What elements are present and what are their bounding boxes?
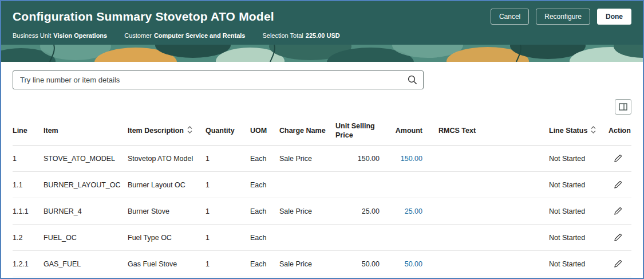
col-action: Action bbox=[609, 127, 635, 136]
decorative-banner bbox=[1, 45, 643, 62]
cell-line: 1.1.1 bbox=[13, 207, 44, 215]
cell-quantity: 1 bbox=[206, 207, 250, 215]
edit-row-button[interactable] bbox=[612, 231, 624, 243]
col-line-status[interactable]: Line Status bbox=[549, 126, 609, 136]
cell-unit-selling-price: 50.00 bbox=[335, 260, 384, 268]
col-uom: UOM bbox=[250, 127, 279, 136]
col-unit-selling-price: Unit Selling Price bbox=[335, 122, 384, 140]
cell-item: GAS_FUEL bbox=[44, 260, 128, 268]
edit-pencil-icon bbox=[613, 154, 623, 163]
search-icon[interactable] bbox=[408, 75, 417, 87]
cancel-button[interactable]: Cancel bbox=[491, 9, 529, 25]
cell-item: BURNER_4 bbox=[44, 207, 128, 215]
page-title: Configuration Summary Stovetop ATO Model bbox=[13, 10, 274, 23]
cell-description: Fuel Type OC bbox=[128, 234, 206, 242]
customer-value: Computer Service and Rentals bbox=[154, 32, 246, 39]
col-amount: Amount bbox=[384, 127, 427, 136]
selection-total-value: 225.00 USD bbox=[306, 32, 340, 39]
cell-item: FUEL_OC bbox=[44, 234, 128, 242]
cell-line-status: Not Started bbox=[549, 181, 609, 189]
cell-line: 1.2 bbox=[13, 234, 44, 242]
manage-columns-button[interactable] bbox=[615, 99, 631, 115]
cell-amount-link[interactable]: 50.00 bbox=[384, 260, 427, 268]
edit-row-button[interactable] bbox=[612, 205, 624, 217]
header-meta: Business UnitVision Operations CustomerC… bbox=[13, 32, 631, 39]
manage-columns-icon bbox=[619, 103, 627, 111]
search-bar bbox=[13, 70, 424, 89]
cell-description: Gas Fuel Stove bbox=[128, 260, 206, 268]
done-button[interactable]: Done bbox=[597, 9, 631, 25]
business-unit-meta: Business UnitVision Operations bbox=[13, 32, 107, 39]
table-header-row: Line Item Item Description Quantity UOM … bbox=[13, 117, 631, 146]
cell-quantity: 1 bbox=[206, 181, 250, 189]
col-item: Item bbox=[44, 127, 128, 136]
content-area: Line Item Item Description Quantity UOM … bbox=[1, 62, 643, 277]
business-unit-label: Business Unit bbox=[13, 32, 51, 39]
table-row: 1.1.1 BURNER_4 Burner Stove 1 Each Sale … bbox=[13, 198, 631, 225]
cell-line-status: Not Started bbox=[549, 260, 609, 268]
edit-pencil-icon bbox=[613, 206, 623, 216]
edit-pencil-icon bbox=[613, 259, 623, 269]
cell-action bbox=[609, 179, 631, 191]
edit-row-button[interactable] bbox=[612, 152, 624, 164]
cell-quantity: 1 bbox=[206, 234, 250, 242]
sort-icon[interactable] bbox=[591, 126, 596, 136]
cell-line: 1.2.1 bbox=[13, 260, 44, 268]
customer-meta: CustomerComputer Service and Rentals bbox=[124, 32, 245, 39]
cell-amount-link[interactable]: 25.00 bbox=[384, 207, 427, 215]
cell-line-status: Not Started bbox=[549, 207, 609, 215]
selection-total-meta: Selection Total225.00 USD bbox=[262, 32, 339, 39]
search-input[interactable] bbox=[13, 70, 424, 89]
table-toolbar bbox=[13, 99, 631, 115]
table-row: 1.1 BURNER_LAYOUT_OC Burner Layout OC 1 … bbox=[13, 172, 631, 198]
selection-total-label: Selection Total bbox=[262, 32, 303, 39]
cell-charge: Sale Price bbox=[279, 207, 335, 215]
customer-label: Customer bbox=[124, 32, 152, 39]
reconfigure-button[interactable]: Reconfigure bbox=[536, 9, 590, 25]
cell-charge: Sale Price bbox=[279, 260, 335, 268]
col-quantity: Quantity bbox=[206, 127, 250, 136]
cell-uom: Each bbox=[250, 181, 279, 189]
edit-pencil-icon bbox=[613, 180, 623, 190]
cell-quantity: 1 bbox=[206, 155, 250, 163]
business-unit-value: Vision Operations bbox=[53, 32, 107, 39]
cell-line-status: Not Started bbox=[549, 155, 609, 163]
cell-line: 1 bbox=[13, 155, 44, 163]
edit-row-button[interactable] bbox=[612, 179, 624, 191]
banner-pattern-art bbox=[1, 45, 643, 62]
cell-amount-link[interactable]: 150.00 bbox=[384, 155, 427, 163]
cell-item: BURNER_LAYOUT_OC bbox=[44, 181, 128, 189]
col-rmcs-text: RMCS Text bbox=[427, 127, 549, 136]
sort-icon[interactable] bbox=[187, 126, 192, 136]
col-charge-name: Charge Name bbox=[279, 127, 335, 136]
header-actions: Cancel Reconfigure Done bbox=[491, 9, 631, 25]
table-row: 1.2.1 GAS_FUEL Gas Fuel Stove 1 Each Sal… bbox=[13, 251, 631, 277]
cell-quantity: 1 bbox=[206, 260, 250, 268]
cell-line-status: Not Started bbox=[549, 234, 609, 242]
table-row: 1.2 FUEL_OC Fuel Type OC 1 Each Not Star… bbox=[13, 225, 631, 251]
cell-description: Burner Layout OC bbox=[128, 181, 206, 189]
header: Configuration Summary Stovetop ATO Model… bbox=[1, 1, 643, 45]
col-line: Line bbox=[13, 127, 44, 136]
cell-uom: Each bbox=[250, 234, 279, 242]
cell-unit-selling-price: 25.00 bbox=[335, 207, 384, 215]
col-item-description[interactable]: Item Description bbox=[128, 126, 206, 136]
cell-charge: Sale Price bbox=[279, 155, 335, 163]
cell-unit-selling-price: 150.00 bbox=[335, 155, 384, 163]
edit-row-button[interactable] bbox=[612, 258, 624, 270]
cell-action bbox=[609, 205, 631, 217]
cell-action bbox=[609, 152, 631, 164]
cell-description: Burner Stove bbox=[128, 207, 206, 215]
cell-uom: Each bbox=[250, 207, 279, 215]
cell-item: STOVE_ATO_MODEL bbox=[44, 155, 128, 163]
cell-description: Stovetop ATO Model bbox=[128, 155, 206, 163]
cell-uom: Each bbox=[250, 155, 279, 163]
cell-line: 1.1 bbox=[13, 181, 44, 189]
table-row: 1 STOVE_ATO_MODEL Stovetop ATO Model 1 E… bbox=[13, 146, 631, 172]
cell-action bbox=[609, 258, 631, 270]
cell-action bbox=[609, 231, 631, 243]
edit-pencil-icon bbox=[613, 233, 623, 242]
lines-table: Line Item Item Description Quantity UOM … bbox=[13, 117, 631, 277]
cell-uom: Each bbox=[250, 260, 279, 268]
page: Configuration Summary Stovetop ATO Model… bbox=[0, 0, 644, 279]
